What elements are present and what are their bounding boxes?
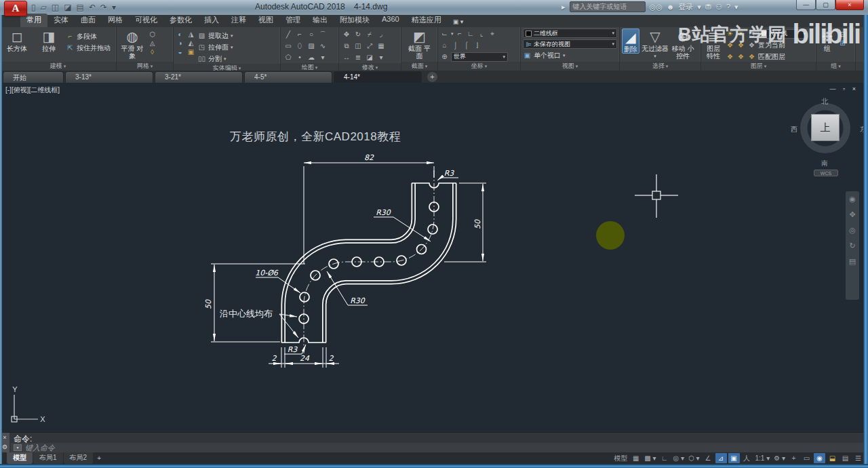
- recent-commands-icon[interactable]: ▾: [14, 444, 22, 451]
- panel-label[interactable]: 截面: [401, 62, 437, 71]
- file-tab[interactable]: 3-21*: [155, 71, 243, 83]
- draw-more-icon[interactable]: ▾: [317, 52, 328, 63]
- ribbon-tab[interactable]: 插入: [198, 14, 225, 27]
- copy-icon[interactable]: ⧉: [341, 41, 352, 52]
- ucs-object-icon[interactable]: ⌞: [477, 30, 486, 37]
- smooth-object-button[interactable]: ◍平滑 对象: [119, 28, 146, 60]
- user-icon[interactable]: ☻: [667, 3, 675, 11]
- ucs-x-icon[interactable]: ⌡: [451, 41, 460, 49]
- search-icon[interactable]: ◎◎: [650, 3, 663, 12]
- model-space-toggle[interactable]: 模型: [612, 453, 629, 463]
- mesh-crease-icon[interactable]: ◊: [148, 48, 157, 56]
- help-icon[interactable]: ?: [726, 3, 730, 11]
- navigation-bar[interactable]: ◉✥◎↻▤: [846, 191, 859, 300]
- move-icon[interactable]: ✥: [341, 29, 352, 40]
- ribbon-tab[interactable]: 实体: [47, 14, 75, 27]
- viewport-controls-label[interactable]: [-][俯视][二维线框]: [5, 85, 60, 95]
- panel-label[interactable]: 图层: [701, 62, 816, 71]
- ribbon-tab[interactable]: 注释: [225, 14, 252, 27]
- panel-label[interactable]: 组: [816, 62, 855, 71]
- visual-style-combo[interactable]: 二维线框▾: [523, 28, 617, 38]
- trusted-autodesk-icon[interactable]: ⬓: [827, 453, 838, 463]
- circle-icon[interactable]: ○: [306, 29, 317, 40]
- ribbon-tab[interactable]: 输出: [307, 14, 334, 27]
- file-tab[interactable]: 4-14*: [334, 71, 422, 83]
- layer-lock-icon[interactable]: ◻: [747, 30, 756, 37]
- dropdown-icon[interactable]: ▾: [697, 3, 701, 12]
- taper-face-icon[interactable]: ◭: [186, 39, 195, 47]
- autodesk-account-icon[interactable]: ⚇: [715, 3, 722, 12]
- extrude-face-button[interactable]: ◳拉伸面▾: [197, 42, 233, 52]
- restore-button[interactable]: ▢: [816, 0, 835, 10]
- snap-mode-icon[interactable]: ▩ ▾: [643, 453, 657, 463]
- viewcube-top-face[interactable]: 上: [811, 114, 840, 141]
- annotation-scale-button[interactable]: 1:1 ▾: [754, 453, 772, 463]
- panel-label[interactable]: 修改: [339, 63, 401, 71]
- polygon-icon[interactable]: ⬠: [283, 52, 294, 63]
- drawing-canvas[interactable]: 82 50 50 2 24 2 R3 R30 R30 10-Ø6 R3 沿中心线…: [0, 83, 868, 432]
- array-icon[interactable]: ▦: [376, 41, 387, 52]
- viewcube[interactable]: 上 北 南 西 东: [799, 100, 854, 156]
- layer-merge-icon[interactable]: ❖: [736, 53, 745, 60]
- section-plane-button[interactable]: ◩截面 平面: [406, 28, 433, 60]
- polyline-icon[interactable]: ⌐: [294, 29, 305, 40]
- layer-iso-icon[interactable]: ❖: [747, 41, 756, 49]
- stretch-icon[interactable]: ↔: [341, 52, 352, 63]
- mesh-refine-icon[interactable]: ◬: [148, 39, 157, 47]
- named-view-combo[interactable]: ⊫未保存的视图▾: [523, 39, 617, 49]
- layout-tab[interactable]: 布局1: [33, 452, 63, 464]
- ucs-y-icon[interactable]: ⌠: [462, 41, 471, 49]
- layout-tab[interactable]: 布局2: [64, 452, 94, 464]
- viewport-window-controls[interactable]: — ▫ ×: [830, 85, 859, 92]
- save-as-icon[interactable]: ◪: [64, 3, 71, 12]
- match-layer-button[interactable]: 匹配图层: [758, 52, 785, 62]
- subtract-icon[interactable]: ◑: [176, 39, 184, 47]
- new-layout-button[interactable]: +: [93, 454, 105, 462]
- group-edit-icon[interactable]: ⊞: [838, 39, 847, 47]
- search-input[interactable]: 键入关键字或短语: [570, 1, 646, 12]
- open-file-icon[interactable]: ▱: [41, 3, 47, 12]
- intersect-icon[interactable]: ◒: [176, 48, 184, 56]
- layer-delete-icon[interactable]: ❖: [747, 53, 756, 60]
- panel-label[interactable]: 建模: [0, 62, 116, 71]
- trim-icon[interactable]: ⌿: [364, 29, 375, 40]
- ribbon-tab[interactable]: 网格: [102, 14, 129, 27]
- no-filter-button[interactable]: ▽无过滤器▾: [642, 28, 669, 60]
- layer-properties-button[interactable]: ≣图层 特性: [703, 28, 724, 60]
- qat-dropdown-icon[interactable]: ▾: [112, 3, 116, 12]
- command-wrench-icon[interactable]: ⚙: [2, 442, 7, 452]
- new-drawing-tab-button[interactable]: +: [427, 72, 437, 82]
- split-button[interactable]: ▯▯分割▾: [197, 54, 233, 64]
- shell-icon[interactable]: ▣: [186, 48, 195, 56]
- pan-icon[interactable]: ✥: [849, 211, 855, 218]
- panel-label[interactable]: 选择: [620, 62, 701, 71]
- ucs-combo[interactable]: 世界▾: [451, 52, 508, 62]
- save-icon[interactable]: ◫: [52, 3, 59, 12]
- file-tab[interactable]: 4-5*: [244, 71, 332, 83]
- viewcube-north[interactable]: 北: [821, 97, 828, 106]
- set-current-button[interactable]: 置为当前: [758, 41, 785, 50]
- isolate-objects-icon[interactable]: ▭: [801, 453, 812, 463]
- help-dropdown-icon[interactable]: ▾: [734, 3, 738, 12]
- box-button[interactable]: ◻长方体: [2, 28, 32, 52]
- file-tab[interactable]: 开始: [3, 71, 64, 83]
- object-snap-icon[interactable]: ▣: [728, 453, 740, 463]
- ucs-icon[interactable]: ⌙: [440, 30, 449, 37]
- ellipse-icon[interactable]: ⬯: [294, 41, 305, 52]
- wcs-dropdown[interactable]: WCS: [814, 170, 838, 176]
- mesh-icon[interactable]: ⬡: [148, 31, 157, 38]
- ribbon-tab[interactable]: 视图: [252, 14, 279, 27]
- panel-label[interactable]: 坐标: [438, 62, 520, 71]
- ribbon-tab[interactable]: A360: [376, 14, 406, 27]
- layer-off-icon[interactable]: ❖: [726, 53, 734, 60]
- ribbon-overflow-icon[interactable]: ▣ ▾: [448, 17, 469, 27]
- panel-label[interactable]: 网格: [117, 62, 173, 71]
- ucs-previous-icon[interactable]: ⌐: [456, 30, 465, 37]
- new-file-icon[interactable]: ▯: [31, 3, 36, 12]
- rectangle-icon[interactable]: ▭: [283, 41, 294, 52]
- command-input-row[interactable]: ▾ 键入命令: [11, 443, 865, 452]
- isodraft-icon[interactable]: ⬡ ▾: [687, 453, 701, 463]
- modify-more-icon[interactable]: ▾: [376, 52, 387, 63]
- ribbon-tab[interactable]: 管理: [279, 14, 307, 27]
- ribbon-tab[interactable]: 参数化: [163, 14, 198, 27]
